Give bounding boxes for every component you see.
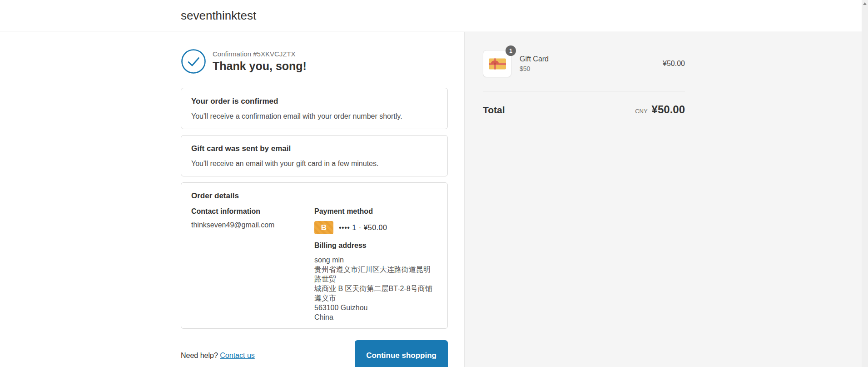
scrollbar-up-arrow-icon[interactable] <box>863 2 867 5</box>
confirmation-number: Confirmation #5XKVCJZTX <box>213 50 307 58</box>
need-help-label: Need help? <box>181 352 218 359</box>
payment-method-label: Payment method <box>314 207 437 216</box>
gift-card-sent-box: Gift card was sent by email You'll recei… <box>181 135 448 176</box>
total-amount: ¥50.00 <box>652 103 685 116</box>
item-name: Gift Card <box>520 55 663 63</box>
checkout-header: seventhinktest <box>0 0 862 31</box>
item-variant: $50 <box>520 65 663 72</box>
page-body: Confirmation #5XKVCJZTX Thank you, song!… <box>0 32 868 367</box>
total-currency-code: CNY <box>635 108 647 115</box>
total-row: Total CNY ¥50.00 <box>483 91 685 116</box>
payment-method-column: Payment method B •••• 1 · ¥50.00 Billing… <box>314 207 437 322</box>
need-help-text: Need help? Contact us <box>181 352 255 360</box>
order-confirmed-body: You'll receive a confirmation email with… <box>191 111 437 121</box>
billing-address-zip-province: 563100 Guizhou <box>314 303 437 312</box>
billing-address-label: Billing address <box>314 241 437 250</box>
gift-card-image-icon <box>488 57 506 70</box>
gift-card-sent-body: You'll receive an email with your gift c… <box>191 159 437 168</box>
payment-method-row: B •••• 1 · ¥50.00 <box>314 221 437 234</box>
billing-address-name: song min <box>314 255 437 265</box>
contact-us-link[interactable]: Contact us <box>220 352 254 359</box>
check-circle-icon <box>181 49 206 74</box>
gift-card-sent-title: Gift card was sent by email <box>191 144 437 153</box>
bogus-card-icon: B <box>314 221 333 234</box>
order-summary-sidebar: 1 Gift Card $50 ¥50.00 Total CNY ¥50.00 <box>464 32 868 367</box>
store-name-link[interactable]: seventhinktest <box>181 9 256 23</box>
continue-shopping-button[interactable]: Continue shopping <box>355 340 448 367</box>
order-details-title: Order details <box>191 191 437 201</box>
order-confirmed-title: Your order is confirmed <box>191 97 437 106</box>
contact-information-label: Contact information <box>191 207 314 216</box>
billing-address: song min 贵州省遵义市汇川区大连路街道昆明路世贸 城商业 B 区天街第二… <box>314 255 437 322</box>
billing-address-line2: 城商业 B 区天街第二层BT-2-8号商铺 遵义市 <box>314 284 437 303</box>
total-label: Total <box>483 105 505 116</box>
order-details-box: Order details Contact information thinks… <box>181 182 448 329</box>
checkout-footer-row: Need help? Contact us Continue shopping <box>181 340 448 367</box>
confirmation-banner: Confirmation #5XKVCJZTX Thank you, song! <box>181 49 448 74</box>
item-price: ¥50.00 <box>663 60 685 68</box>
main-column: Confirmation #5XKVCJZTX Thank you, song!… <box>0 32 464 367</box>
billing-address-country: China <box>314 312 437 322</box>
contact-information-column: Contact information thinkseven49@gmail.c… <box>191 207 314 322</box>
order-confirmed-box: Your order is confirmed You'll receive a… <box>181 88 448 129</box>
thank-you-heading: Thank you, song! <box>213 60 307 73</box>
payment-masked-amount: •••• 1 · ¥50.00 <box>339 224 387 232</box>
contact-email: thinkseven49@gmail.com <box>191 221 314 229</box>
vertical-scrollbar[interactable] <box>862 0 868 367</box>
line-item-row: 1 Gift Card $50 ¥50.00 <box>483 50 685 77</box>
billing-address-line1: 贵州省遵义市汇川区大连路街道昆明路世贸 <box>314 265 437 284</box>
quantity-badge: 1 <box>506 45 516 56</box>
